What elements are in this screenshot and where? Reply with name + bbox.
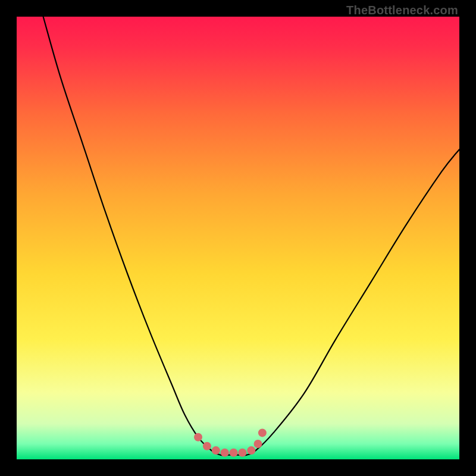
plot-area	[17, 17, 459, 459]
sweet-spot-dot	[194, 433, 202, 441]
sweet-spot-dot	[203, 442, 211, 450]
sweet-spot-dot	[212, 446, 220, 455]
chart-frame: TheBottleneck.com	[0, 0, 476, 476]
watermark-text: TheBottleneck.com	[346, 4, 458, 17]
sweet-spot-dot	[247, 446, 255, 455]
gradient-background	[17, 17, 459, 459]
chart-svg	[17, 17, 459, 459]
sweet-spot-dot	[221, 449, 229, 457]
sweet-spot-dot	[254, 440, 262, 448]
sweet-spot-dot	[238, 449, 246, 457]
sweet-spot-dot	[230, 449, 238, 457]
sweet-spot-dot	[258, 428, 267, 437]
